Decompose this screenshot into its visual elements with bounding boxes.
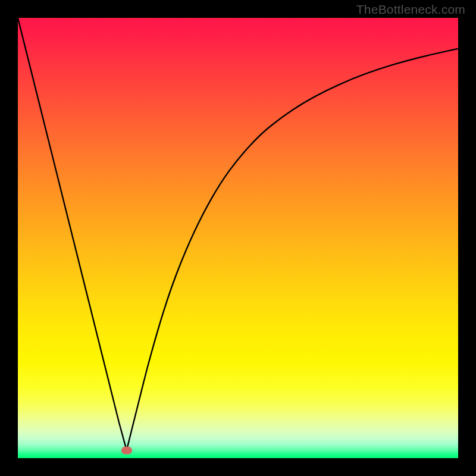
watermark-text: TheBottleneck.com	[356, 2, 465, 17]
bottleneck-curve	[18, 18, 458, 458]
curve-left-branch	[18, 18, 127, 450]
plot-area	[18, 18, 458, 458]
minimum-marker	[121, 446, 132, 454]
chart-frame: TheBottleneck.com	[0, 0, 476, 476]
curve-right-branch	[127, 49, 458, 450]
